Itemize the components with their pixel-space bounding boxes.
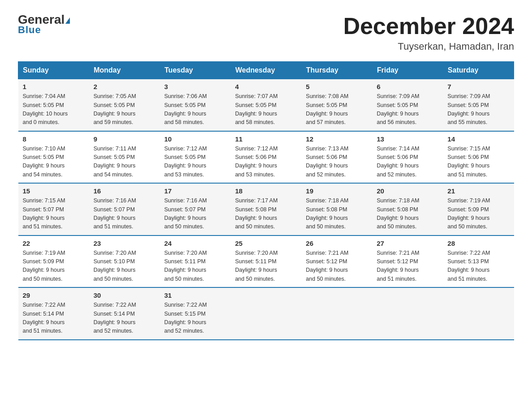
- day-cell: 21Sunrise: 7:19 AMSunset: 5:09 PMDayligh…: [443, 183, 514, 235]
- day-number: 22: [23, 240, 85, 247]
- day-cell: 8Sunrise: 7:10 AMSunset: 5:05 PMDaylight…: [18, 131, 89, 184]
- day-number: 29: [23, 291, 85, 299]
- day-number: 6: [377, 83, 438, 90]
- day-cell: 24Sunrise: 7:20 AMSunset: 5:11 PMDayligh…: [160, 235, 231, 288]
- day-info: Sunrise: 7:21 AMSunset: 5:12 PMDaylight:…: [377, 249, 438, 284]
- day-cell: 13Sunrise: 7:14 AMSunset: 5:06 PMDayligh…: [372, 131, 443, 184]
- day-number: 4: [235, 83, 297, 90]
- day-cell: 6Sunrise: 7:09 AMSunset: 5:05 PMDaylight…: [372, 79, 443, 131]
- day-number: 23: [94, 240, 155, 247]
- day-info: Sunrise: 7:22 AMSunset: 5:14 PMDaylight:…: [94, 301, 155, 336]
- day-cell: 4Sunrise: 7:07 AMSunset: 5:05 PMDaylight…: [231, 79, 301, 131]
- day-cell: 30Sunrise: 7:22 AMSunset: 5:14 PMDayligh…: [89, 287, 160, 340]
- calendar-table: SundayMondayTuesdayWednesdayThursdayFrid…: [18, 61, 514, 340]
- calendar-body: 1Sunrise: 7:04 AMSunset: 5:05 PMDaylight…: [18, 79, 514, 340]
- day-number: 3: [164, 83, 226, 90]
- day-cell: 20Sunrise: 7:18 AMSunset: 5:08 PMDayligh…: [372, 183, 443, 235]
- day-info: Sunrise: 7:09 AMSunset: 5:05 PMDaylight:…: [447, 92, 509, 127]
- logo-triangle-icon: [65, 17, 70, 24]
- day-number: 27: [377, 240, 438, 247]
- day-info: Sunrise: 7:22 AMSunset: 5:14 PMDaylight:…: [23, 301, 85, 336]
- day-info: Sunrise: 7:15 AMSunset: 5:07 PMDaylight:…: [23, 197, 85, 231]
- header-cell-saturday: Saturday: [443, 62, 514, 79]
- day-info: Sunrise: 7:08 AMSunset: 5:05 PMDaylight:…: [306, 92, 368, 127]
- day-info: Sunrise: 7:20 AMSunset: 5:10 PMDaylight:…: [94, 249, 155, 284]
- day-number: 5: [306, 83, 368, 90]
- day-cell: 25Sunrise: 7:20 AMSunset: 5:11 PMDayligh…: [231, 235, 301, 288]
- header-cell-monday: Monday: [89, 62, 160, 79]
- day-cell: 19Sunrise: 7:18 AMSunset: 5:08 PMDayligh…: [301, 183, 372, 235]
- logo: General Blue: [18, 13, 70, 36]
- day-number: 31: [164, 291, 226, 299]
- day-number: 21: [447, 187, 509, 195]
- day-number: 13: [377, 135, 438, 143]
- day-number: 1: [23, 83, 85, 90]
- day-info: Sunrise: 7:07 AMSunset: 5:05 PMDaylight:…: [235, 92, 297, 127]
- day-cell: [443, 287, 514, 340]
- day-cell: 23Sunrise: 7:20 AMSunset: 5:10 PMDayligh…: [89, 235, 160, 288]
- day-info: Sunrise: 7:20 AMSunset: 5:11 PMDaylight:…: [164, 249, 226, 284]
- day-cell: 16Sunrise: 7:16 AMSunset: 5:07 PMDayligh…: [89, 183, 160, 235]
- day-info: Sunrise: 7:21 AMSunset: 5:12 PMDaylight:…: [306, 249, 368, 284]
- day-number: 9: [94, 135, 155, 143]
- day-cell: 7Sunrise: 7:09 AMSunset: 5:05 PMDaylight…: [443, 79, 514, 131]
- day-cell: 15Sunrise: 7:15 AMSunset: 5:07 PMDayligh…: [18, 183, 89, 235]
- day-cell: 5Sunrise: 7:08 AMSunset: 5:05 PMDaylight…: [301, 79, 372, 131]
- day-number: 24: [164, 240, 226, 247]
- day-number: 28: [447, 240, 509, 247]
- day-cell: 22Sunrise: 7:19 AMSunset: 5:09 PMDayligh…: [18, 235, 89, 288]
- day-cell: 29Sunrise: 7:22 AMSunset: 5:14 PMDayligh…: [18, 287, 89, 340]
- day-info: Sunrise: 7:10 AMSunset: 5:05 PMDaylight:…: [23, 145, 85, 180]
- day-info: Sunrise: 7:06 AMSunset: 5:05 PMDaylight:…: [164, 92, 226, 127]
- day-info: Sunrise: 7:19 AMSunset: 5:09 PMDaylight:…: [447, 197, 509, 231]
- day-number: 17: [164, 187, 226, 195]
- day-info: Sunrise: 7:09 AMSunset: 5:05 PMDaylight:…: [377, 92, 438, 127]
- day-number: 2: [94, 83, 155, 90]
- day-info: Sunrise: 7:04 AMSunset: 5:05 PMDaylight:…: [23, 92, 85, 127]
- day-cell: 26Sunrise: 7:21 AMSunset: 5:12 PMDayligh…: [301, 235, 372, 288]
- day-info: Sunrise: 7:14 AMSunset: 5:06 PMDaylight:…: [377, 145, 438, 180]
- day-cell: 14Sunrise: 7:15 AMSunset: 5:06 PMDayligh…: [443, 131, 514, 184]
- day-number: 20: [377, 187, 438, 195]
- header-cell-wednesday: Wednesday: [231, 62, 301, 79]
- day-cell: 31Sunrise: 7:22 AMSunset: 5:15 PMDayligh…: [160, 287, 231, 340]
- day-info: Sunrise: 7:19 AMSunset: 5:09 PMDaylight:…: [23, 249, 85, 284]
- week-row-2: 8Sunrise: 7:10 AMSunset: 5:05 PMDaylight…: [18, 131, 514, 184]
- day-cell: 2Sunrise: 7:05 AMSunset: 5:05 PMDaylight…: [89, 79, 160, 131]
- day-number: 11: [235, 135, 297, 143]
- day-info: Sunrise: 7:13 AMSunset: 5:06 PMDaylight:…: [306, 145, 368, 180]
- day-cell: 27Sunrise: 7:21 AMSunset: 5:12 PMDayligh…: [372, 235, 443, 288]
- day-cell: 17Sunrise: 7:16 AMSunset: 5:07 PMDayligh…: [160, 183, 231, 235]
- day-info: Sunrise: 7:15 AMSunset: 5:06 PMDaylight:…: [447, 145, 509, 180]
- day-number: 25: [235, 240, 297, 247]
- day-number: 18: [235, 187, 297, 195]
- month-title: December 2024: [343, 13, 514, 39]
- header-row: SundayMondayTuesdayWednesdayThursdayFrid…: [18, 62, 514, 79]
- day-cell: 9Sunrise: 7:11 AMSunset: 5:05 PMDaylight…: [89, 131, 160, 184]
- page-header: General Blue December 2024 Tuyserkan, Ha…: [18, 13, 514, 52]
- day-info: Sunrise: 7:18 AMSunset: 5:08 PMDaylight:…: [377, 197, 438, 231]
- day-number: 8: [23, 135, 85, 143]
- day-info: Sunrise: 7:22 AMSunset: 5:13 PMDaylight:…: [447, 249, 509, 284]
- day-info: Sunrise: 7:11 AMSunset: 5:05 PMDaylight:…: [94, 145, 155, 180]
- day-cell: [301, 287, 372, 340]
- day-info: Sunrise: 7:18 AMSunset: 5:08 PMDaylight:…: [306, 197, 368, 231]
- location: Tuyserkan, Hamadan, Iran: [343, 41, 514, 52]
- day-number: 30: [94, 291, 155, 299]
- day-cell: 12Sunrise: 7:13 AMSunset: 5:06 PMDayligh…: [301, 131, 372, 184]
- day-number: 10: [164, 135, 226, 143]
- header-cell-friday: Friday: [372, 62, 443, 79]
- day-info: Sunrise: 7:20 AMSunset: 5:11 PMDaylight:…: [235, 249, 297, 284]
- day-number: 16: [94, 187, 155, 195]
- day-info: Sunrise: 7:16 AMSunset: 5:07 PMDaylight:…: [94, 197, 155, 231]
- day-number: 26: [306, 240, 368, 247]
- day-cell: [372, 287, 443, 340]
- week-row-4: 22Sunrise: 7:19 AMSunset: 5:09 PMDayligh…: [18, 235, 514, 288]
- header-cell-sunday: Sunday: [18, 62, 89, 79]
- title-section: December 2024 Tuyserkan, Hamadan, Iran: [343, 13, 514, 52]
- day-cell: 3Sunrise: 7:06 AMSunset: 5:05 PMDaylight…: [160, 79, 231, 131]
- day-info: Sunrise: 7:22 AMSunset: 5:15 PMDaylight:…: [164, 301, 226, 336]
- day-cell: [231, 287, 301, 340]
- day-cell: 11Sunrise: 7:12 AMSunset: 5:06 PMDayligh…: [231, 131, 301, 184]
- day-info: Sunrise: 7:16 AMSunset: 5:07 PMDaylight:…: [164, 197, 226, 231]
